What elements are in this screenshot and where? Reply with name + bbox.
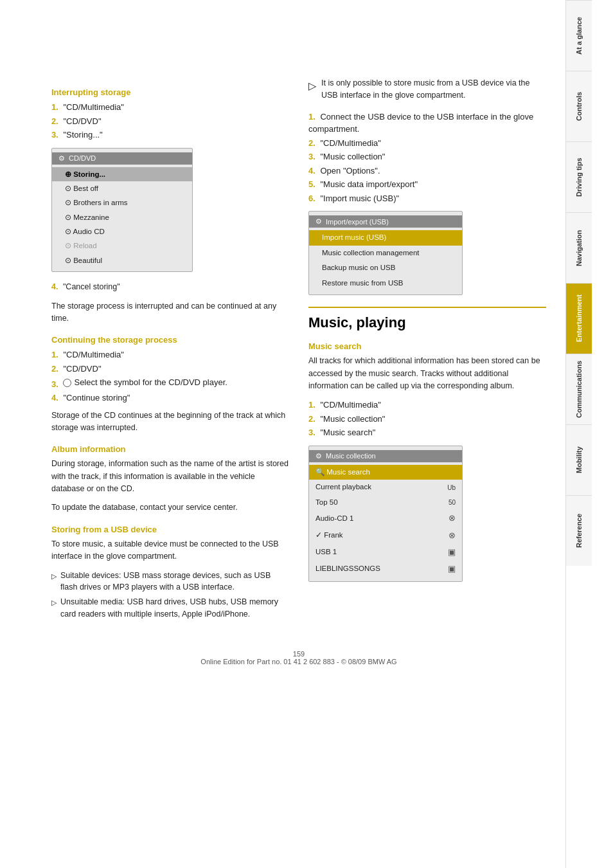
mc-item-label: USB 1 [315,546,337,559]
mc-item-label: LIEBLINGSSONGS [315,563,380,575]
music-search-description: All tracks for which additional informat… [308,355,546,392]
mc-item-icon: ⊗ [449,511,456,525]
menu-item-reload: ⊙ Reload [52,239,192,253]
step-1: 1. "CD/Multimedia" [51,101,289,114]
step-text: "Music collection" [320,414,385,424]
continuing-storage-steps: 1. "CD/Multimedia" 2. "CD/DVD" 3. Select… [51,348,289,404]
step-4-num: 4. [51,282,58,291]
step-text: "CD/Multimedia" [63,350,123,359]
usb-step-3: 3. "Music collection" [308,150,546,163]
storing-usb-section: Storing from a USB device To store music… [51,525,289,620]
music-collection-screenshot: ⚙ Music collection 🔍 Music search Curren… [308,446,463,582]
cont-step-3: 3. Select the symbol for the CD/DVD play… [51,376,289,390]
bullet-unsuitable: ▷ Unsuitable media: USB hard drives, USB… [51,596,289,620]
footer-text: Online Edition for Part no. 01 41 2 602 … [200,658,396,665]
cont-step-1: 1. "CD/Multimedia" [51,348,289,361]
album-info-para2: To update the database, contact your ser… [51,502,289,514]
step-2: 2. "CD/DVD" [51,115,289,128]
mc-item-icon: 50 [449,497,456,508]
gear-icon: ⚙ [58,154,65,163]
step-text: "Continue storing" [63,393,130,402]
menu-item-brothers: ⊙ Brothers in arms [52,195,192,210]
mc-item-frank: ✓ Frank ⊗ [309,527,462,544]
step-num: 1. [308,400,315,410]
step-text: "CD/Multimedia" [63,102,123,112]
note-arrow-icon: ▷ [308,78,316,94]
gear-icon: ⚙ [315,217,322,226]
mc-item-lieblingssongs: LIEBLINGSSONGS ▣ [309,561,462,577]
bullet-text: Suitable devices: USB mass storage devic… [60,570,289,594]
sidebar-tab-entertainment[interactable]: Entertainment [566,283,592,354]
usb-import-export-screenshot: ⚙ Import/export (USB) Import music (USB)… [308,211,463,295]
usb-step-6: 6. "Import music (USB)" [308,192,546,205]
page-footer: 159 Online Edition for Part no. 01 41 2 … [51,650,546,678]
music-search-steps: 1. "CD/Multimedia" 2. "Music collection"… [308,399,546,439]
step-num: 5. [308,179,315,189]
ms-step-1: 1. "CD/Multimedia" [308,399,546,411]
usb-step-4: 4. Open "Options". [308,165,546,177]
step-text: "Music data import/export" [320,179,418,189]
step-num: 1. [51,102,58,112]
menu-item-bestoff: ⊙ Best off [52,181,192,195]
step-num: 1. [51,350,58,359]
album-information-section: Album information During storage, inform… [51,444,289,514]
usb-menu-item-import: Import music (USB) [309,230,462,246]
cont-step-4: 4. "Continue storing" [51,392,289,404]
sidebar-tab-reference[interactable]: Reference [566,495,592,566]
right-sidebar: At a glance Controls Driving tips Naviga… [565,0,591,868]
usb-steps: 1. Connect the USB device to the USB int… [308,111,546,205]
ms-step-3: 3. "Music search" [308,426,546,439]
step-text: "Storing..." [63,130,102,140]
mc-item-usb1: USB 1 ▣ [309,544,462,561]
step-text: Connect the USB device to the USB interf… [308,112,533,134]
bullet-text: Unsuitable media: USB hard drives, USB h… [60,596,289,620]
sidebar-tab-mobility[interactable]: Mobility [566,424,592,495]
right-column: ▷ It is only possible to store music fro… [308,77,546,631]
interrupting-step4: 4. "Cancel storing" [51,281,289,293]
sidebar-tab-communications[interactable]: Communications [566,354,592,424]
menu-item-audiocd: ⊙ Audio CD [52,224,192,239]
storing-usb-para1: To store music, a suitable device must b… [51,538,289,563]
step-num: 3. [308,152,315,161]
bullet-suitable: ▷ Suitable devices: USB mass storage dev… [51,570,289,594]
cddvd-menu-screenshot: ⚙ CD/DVD ⊕ Storing... ⊙ Best off ⊙ Broth… [51,148,193,273]
main-content: Interrupting storage 1. "CD/Multimedia" … [0,0,565,868]
step-3: 3. "Storing..." [51,129,289,141]
usb-menu-title-text: Import/export (USB) [326,218,389,226]
continuing-storage-section: Continuing the storage process 1. "CD/Mu… [51,335,289,434]
mc-item-label: 🔍 Music search [315,466,370,479]
sidebar-tab-driving-tips[interactable]: Driving tips [566,141,592,212]
page-wrapper: Interrupting storage 1. "CD/Multimedia" … [0,0,613,868]
interrupting-storage-heading: Interrupting storage [51,87,289,97]
two-col-layout: Interrupting storage 1. "CD/Multimedia" … [51,77,546,631]
sidebar-tab-controls[interactable]: Controls [566,71,592,141]
interrupting-storage-section: Interrupting storage 1. "CD/Multimedia" … [51,87,289,325]
storing-usb-heading: Storing from a USB device [51,525,289,534]
menu-title-text: CD/DVD [69,154,96,162]
mc-item-current-playback: Current playback Ub [309,480,462,495]
usb-step-2: 2. "CD/Multimedia" [308,137,546,150]
sidebar-tab-at-a-glance[interactable]: At a glance [566,0,592,71]
music-search-section: Music search All tracks for which additi… [308,341,546,582]
usb-step-5: 5. "Music data import/export" [308,178,546,191]
mc-menu-title: ⚙ Music collection [309,450,462,462]
continuing-note: Storage of the CD continues at the begin… [51,410,289,435]
step-text: "Music search" [320,428,375,437]
menu-item-mezzanine: ⊙ Mezzanine [52,210,192,224]
mc-item-icon: ▣ [448,545,456,559]
cont-step-2: 2. "CD/DVD" [51,363,289,375]
mc-item-label: ✓ Frank [315,529,343,542]
usb-note-box: ▷ It is only possible to store music fro… [308,77,546,102]
step-text: Select the symbol for the CD/DVD player. [74,376,227,389]
sidebar-tab-navigation[interactable]: Navigation [566,212,592,283]
storing-usb-bullets: ▷ Suitable devices: USB mass storage dev… [51,570,289,620]
step-text: "CD/DVD" [63,364,101,374]
mc-title-text: Music collection [326,452,376,460]
step-4-text: "Cancel storing" [63,282,120,291]
mc-item-icon: ▣ [448,562,456,576]
step-num: 3. [51,130,58,140]
step-num: 2. [308,414,315,424]
step-text: "CD/Multimedia" [320,400,380,410]
step-num: 2. [51,116,58,126]
mc-item-top50: Top 50 50 [309,495,462,511]
